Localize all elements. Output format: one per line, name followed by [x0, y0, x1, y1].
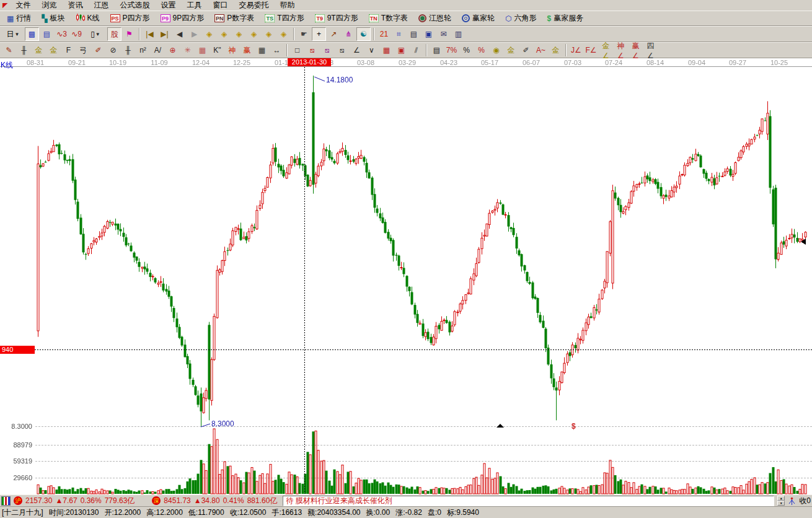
toolbar-hexagon[interactable]: ⬡六角形	[501, 12, 541, 25]
pen-tool[interactable]: ✎	[2, 43, 16, 57]
export-tool[interactable]: ✉	[436, 27, 451, 41]
menu-item-tools[interactable]: 工具	[181, 0, 207, 11]
trendline-tool[interactable]: ↗	[327, 27, 341, 41]
parallel-tool[interactable]: ⫽	[409, 43, 423, 57]
angle-tool[interactable]: ∠	[350, 43, 364, 57]
hand-tool[interactable]: ☛	[297, 27, 311, 41]
fan-tool-3[interactable]: ⧅	[335, 43, 349, 57]
si-angle[interactable]: 四∠	[643, 43, 658, 57]
nav-first[interactable]: |◀	[143, 27, 157, 41]
channel-tool[interactable]: ⋔	[342, 27, 356, 41]
price-box[interactable]: ▣	[394, 43, 408, 57]
shen-angle[interactable]: 神∠	[614, 43, 628, 57]
toolbar-9p-square[interactable]: P99P四方形	[156, 12, 209, 25]
percent-tool[interactable]: %	[459, 43, 474, 57]
price-grid[interactable]: ▦	[379, 43, 394, 57]
gold-line[interactable]: 金	[504, 43, 518, 57]
nav-prev[interactable]: ◀	[172, 27, 187, 41]
save-tool[interactable]: ▣	[421, 27, 436, 41]
nav-last[interactable]: ▶|	[157, 27, 172, 41]
compass-ruler[interactable]: ⊘	[106, 43, 120, 57]
menu-item-window[interactable]: 窗口	[207, 0, 233, 11]
gann-step-left[interactable]: ◈	[202, 27, 216, 41]
toolbar-t-square[interactable]: TST四方形	[260, 12, 308, 25]
ying-angle[interactable]: 赢∠	[629, 43, 643, 57]
gann-step-right[interactable]: ◈	[217, 27, 231, 41]
percent-7[interactable]: 7%	[444, 43, 459, 57]
fan-tool-2[interactable]: ⧅	[320, 43, 334, 57]
nav-next[interactable]: ▶	[187, 27, 201, 41]
kline-chart-canvas[interactable]	[0, 58, 812, 494]
grid-ruler[interactable]: ╫	[17, 43, 31, 57]
window-layout[interactable]: ▩	[25, 27, 39, 41]
fib-ruler[interactable]: F	[61, 43, 76, 57]
menu-item-formula-picker[interactable]: 公式选股	[114, 0, 155, 11]
target-tool[interactable]: ⊕	[165, 43, 180, 57]
percent-line[interactable]: %	[474, 43, 488, 57]
hspan-tool[interactable]: ↔	[270, 43, 284, 57]
calendar-tool[interactable]: 21	[377, 27, 391, 41]
menu-item-gann[interactable]: 江恩	[88, 0, 114, 11]
grid-123[interactable]: ▦	[255, 43, 269, 57]
brush-tool[interactable]: ✐	[91, 43, 105, 57]
f-angle[interactable]: F∠	[584, 43, 598, 57]
menu-item-news[interactable]: 资讯	[62, 0, 88, 11]
workstation-tool-icon: ▥	[455, 30, 462, 38]
ying-tool[interactable]: 赢	[240, 43, 254, 57]
gann-web-circle[interactable]: ✳	[180, 43, 195, 57]
gann-expand-h[interactable]: ◈	[232, 27, 246, 41]
9p-square-label: 9P四方形	[173, 13, 205, 24]
mirror-tool[interactable]: A/	[151, 43, 165, 57]
gann-brain-tool[interactable]: ☯	[356, 27, 371, 41]
period-selector[interactable]: 日▼	[2, 27, 24, 41]
menu-item-trade-entrust[interactable]: 交易委托	[233, 0, 274, 11]
k-note-tool[interactable]: K"	[210, 43, 224, 57]
n2-ruler[interactable]: n²	[136, 43, 150, 57]
toolbar-9t-square[interactable]: T99T四方形	[311, 12, 363, 25]
wave-9[interactable]: ∿9	[69, 27, 84, 41]
color-flag[interactable]: ⚑	[122, 27, 136, 41]
zigzag-tool[interactable]: ∨	[364, 43, 379, 57]
toolbar-sectors[interactable]: ▚板块	[37, 12, 69, 25]
menu-item-help[interactable]: 帮助	[274, 0, 300, 11]
gann-shrink-h[interactable]: ◈	[247, 27, 261, 41]
gold-wave[interactable]: 金	[549, 43, 563, 57]
shen-tool[interactable]: 神	[225, 43, 239, 57]
crosshair-tool[interactable]: +	[312, 27, 326, 41]
ink-tool[interactable]: ✐	[519, 43, 533, 57]
candle-style[interactable]: ▯▼	[84, 27, 107, 41]
toolbar-winner-service[interactable]: $赢家服务	[543, 12, 588, 25]
toolbar-kline[interactable]: K线	[71, 12, 104, 25]
toolbar-t-digit-table[interactable]: TNT数字表	[364, 12, 412, 25]
gold-angle[interactable]: 金∠	[599, 43, 613, 57]
gann-expand-v[interactable]: ◈	[262, 27, 276, 41]
gold-circle[interactable]: ◉	[489, 43, 503, 57]
quote-sheet[interactable]: ▤	[40, 27, 54, 41]
scale-tool[interactable]: ▤	[430, 43, 444, 57]
workstation-tool[interactable]: ▥	[451, 27, 466, 41]
bow-ruler[interactable]: 弓	[76, 43, 90, 57]
toolbar-gann-wheel[interactable]: 江恩轮	[414, 12, 456, 25]
gann-web-square[interactable]: ▦	[195, 43, 210, 57]
memo-tool[interactable]: ▤	[407, 27, 421, 41]
j-angle[interactable]: J∠	[569, 43, 583, 57]
gold-section[interactable]: 金	[32, 43, 46, 57]
fan-tool[interactable]: ⧅	[305, 43, 319, 57]
wave-a[interactable]: A~	[534, 43, 548, 57]
wave-3[interactable]: ∿3	[55, 27, 69, 41]
stock-mark[interactable]: 股	[107, 27, 121, 41]
gold-section-2[interactable]: 金	[46, 43, 61, 57]
ticker-up-button[interactable]: ▲	[777, 496, 785, 501]
ticker-down-button[interactable]: ▼	[777, 501, 785, 506]
comb-ruler[interactable]: ╫	[121, 43, 135, 57]
menu-item-browse[interactable]: 浏览	[36, 0, 62, 11]
menu-item-file[interactable]: 文件	[10, 0, 36, 11]
toolbar-p-square[interactable]: PSP四方形	[106, 12, 154, 25]
box-tool[interactable]: □	[290, 43, 304, 57]
toolbar-p-digit-table[interactable]: PNP数字表	[210, 12, 258, 25]
calculator-tool[interactable]: ⌗	[392, 27, 406, 41]
toolbar-winner-wheel[interactable]: 赢家轮	[457, 12, 499, 25]
menu-item-settings[interactable]: 设置	[155, 0, 181, 11]
toolbar-quotes[interactable]: ▦行情	[2, 12, 35, 25]
gann-expand-all[interactable]: ◈	[276, 27, 291, 41]
